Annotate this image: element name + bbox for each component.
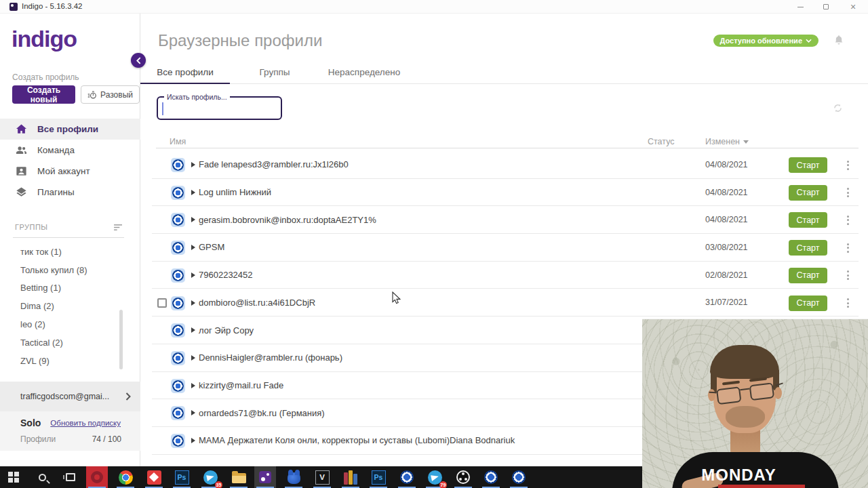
profiles-label: Профили (20, 434, 56, 444)
taskbar-v-app-icon[interactable]: V (311, 466, 333, 488)
maximize-button[interactable] (816, 0, 836, 14)
column-header-name[interactable]: Имя (170, 137, 186, 146)
taskbar-blue-mascot-icon[interactable] (283, 466, 304, 488)
row-menu-icon[interactable] (842, 240, 853, 256)
sidebar-scrollbar[interactable] (119, 310, 123, 369)
expand-row-icon[interactable] (191, 438, 195, 443)
profiles-count: 74 / 100 (92, 434, 121, 444)
column-header-modified[interactable]: Изменен (705, 137, 749, 146)
create-new-button[interactable]: Создать новый (12, 85, 75, 104)
taskbar-photoshop-icon[interactable]: Ps (171, 466, 193, 488)
stopwatch-icon (87, 90, 97, 100)
group-item[interactable]: ZVL (9) (20, 352, 122, 370)
modified-date: 31/07/2021 (705, 289, 748, 317)
account-box[interactable]: trafficgodscom@gmai... (0, 382, 140, 411)
refresh-icon[interactable] (832, 102, 844, 114)
group-item[interactable]: leo (2) (20, 315, 122, 333)
tab-all[interactable]: Все профили (140, 61, 230, 83)
group-item[interactable]: Dima (2) (20, 297, 122, 315)
profile-name: лог Эйр Copy (199, 317, 254, 344)
column-header-status[interactable]: Статус (648, 137, 675, 146)
taskbar-photoshop-icon[interactable]: Ps (368, 466, 389, 488)
expand-row-icon[interactable] (191, 300, 195, 306)
sidebar-item-all-profiles[interactable]: Все профили (0, 119, 140, 140)
modified-date: 02/08/2021 (705, 262, 748, 289)
table-row[interactable]: gerasim.bobrovnik@inbox.ru:doptaAE2TY1%0… (152, 206, 859, 234)
taskbar-indigo-profile-icon[interactable] (480, 466, 502, 488)
chevron-right-icon (125, 392, 131, 401)
sort-icon[interactable] (113, 224, 123, 231)
sidebar: indigo Создать профиль Создать новый Раз… (0, 14, 140, 466)
sidebar-item-my-account[interactable]: Мой аккаунт (0, 161, 140, 182)
expand-row-icon[interactable] (191, 355, 195, 361)
taskbar-windows-start-icon[interactable] (3, 466, 24, 488)
taskbar-indigo-profile-icon[interactable] (508, 466, 530, 488)
sidebar-item-label: Команда (37, 145, 75, 155)
modified-date: 04/08/2021 (705, 151, 748, 178)
row-menu-icon[interactable] (842, 296, 853, 311)
sidebar-item-team[interactable]: Команда (0, 140, 140, 161)
create-profile-label: Создать профиль (12, 73, 79, 82)
renew-subscription-link[interactable]: Обновить подписку (50, 419, 121, 427)
start-button[interactable]: Старт (789, 185, 827, 201)
indigo-app-icon (9, 3, 18, 11)
taskbar-indigo-app-icon[interactable] (254, 466, 276, 488)
disposable-button[interactable]: Разовый (81, 85, 140, 104)
expand-row-icon[interactable] (191, 162, 195, 167)
notifications-bell-icon[interactable] (833, 34, 845, 46)
table-row[interactable]: GPSM03/08/2021Старт (152, 234, 859, 262)
group-item[interactable]: Betting (1) (20, 279, 122, 298)
row-menu-icon[interactable] (842, 212, 853, 228)
update-available-badge[interactable]: Доступно обновление (713, 35, 818, 47)
row-menu-icon[interactable] (842, 185, 853, 201)
expand-row-icon[interactable] (191, 217, 195, 222)
taskbar-obs-icon[interactable] (452, 466, 474, 488)
row-checkbox[interactable] (157, 298, 167, 308)
search-input[interactable]: Искать профиль... (157, 96, 282, 120)
taskbar-task-view-icon[interactable] (60, 466, 81, 488)
tab-unassigned[interactable]: Нераспределено (319, 61, 409, 83)
disposable-label: Разовый (100, 90, 133, 100)
expand-row-icon[interactable] (191, 190, 195, 195)
taskbar-chrome-icon[interactable] (115, 466, 136, 488)
group-item[interactable]: Tactical (2) (20, 333, 122, 352)
group-item[interactable]: тик ток (1) (20, 243, 122, 261)
browser-profile-icon (171, 379, 185, 393)
taskbar-opera-icon[interactable] (86, 466, 108, 488)
sort-down-icon (743, 140, 749, 144)
expand-row-icon[interactable] (191, 272, 195, 278)
taskbar-file-explorer-icon[interactable] (228, 466, 250, 488)
start-button[interactable]: Старт (789, 268, 827, 283)
profile-name: GPSM (199, 234, 224, 261)
table-row[interactable]: Log unlim Нижний04/08/2021Старт (152, 179, 859, 207)
expand-row-icon[interactable] (191, 327, 195, 333)
expand-row-icon[interactable] (191, 245, 195, 250)
tab-groups[interactable]: Группы (230, 61, 319, 83)
table-row[interactable]: 7960223245202/08/2021Старт (152, 262, 859, 289)
taskbar-winrar-icon[interactable] (340, 466, 361, 488)
start-button[interactable]: Старт (789, 157, 827, 173)
profile-name: ornardeds71@bk.ru (Германия) (199, 399, 325, 426)
sidebar-item-plugins[interactable]: Плагины (0, 182, 140, 203)
table-row[interactable]: dombioro@list.ru:a4i61DCbjR31/07/2021Ста… (152, 289, 859, 317)
taskbar-telegram-icon[interactable]: 35 (199, 466, 221, 488)
start-button[interactable]: Старт (789, 240, 827, 256)
taskbar-media-player-red-icon[interactable] (143, 466, 165, 488)
modified-date: 03/08/2021 (705, 234, 748, 261)
table-row[interactable]: Fade lenapesd3@rambler.ru:Jx1l26b004/08/… (152, 151, 859, 179)
row-menu-icon[interactable] (842, 157, 853, 173)
expand-row-icon[interactable] (191, 383, 195, 388)
group-item[interactable]: Только купил (8) (20, 261, 122, 279)
collapse-sidebar-button[interactable] (131, 53, 146, 68)
minimize-button[interactable] (790, 0, 810, 14)
close-button[interactable]: × (843, 0, 863, 14)
taskbar-indigo-profile-icon[interactable] (396, 466, 418, 488)
expand-row-icon[interactable] (191, 410, 195, 415)
taskbar-search-icon[interactable] (31, 466, 53, 488)
row-menu-icon[interactable] (842, 268, 853, 283)
profile-name: DennisHaigler@rambler.ru (фонарь) (199, 344, 342, 371)
start-button[interactable]: Старт (789, 296, 827, 311)
start-button[interactable]: Старт (789, 212, 827, 228)
shirt-text: MONDAY (642, 466, 835, 485)
taskbar-telegram-icon[interactable]: 79 (424, 466, 446, 488)
